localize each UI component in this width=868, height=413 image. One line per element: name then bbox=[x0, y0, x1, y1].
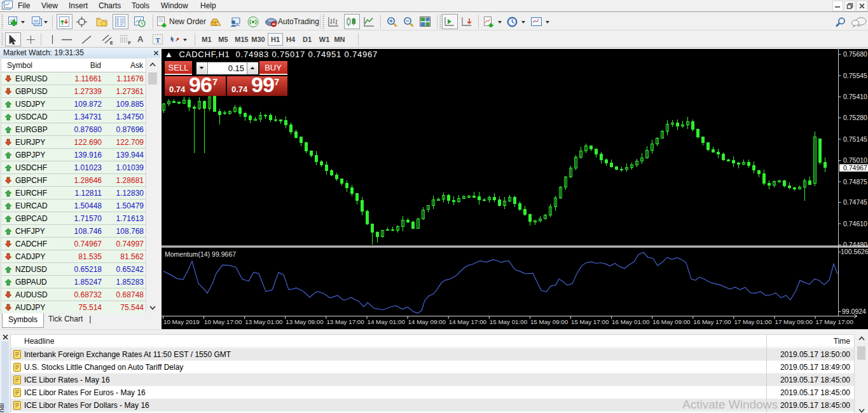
svg-text:100.5626: 100.5626 bbox=[841, 248, 868, 255]
svg-text:17 May 17:00: 17 May 17:00 bbox=[816, 318, 854, 325]
svg-text:0.74745: 0.74745 bbox=[843, 198, 867, 206]
svg-text:14 May 01:00: 14 May 01:00 bbox=[368, 318, 406, 325]
svg-text:0.75410: 0.75410 bbox=[843, 93, 867, 100]
svg-text:15 May 01:00: 15 May 01:00 bbox=[490, 318, 528, 325]
svg-text:0.74875: 0.74875 bbox=[843, 178, 867, 186]
svg-text:T: T bbox=[156, 36, 161, 44]
svg-text:15 May 17:00: 15 May 17:00 bbox=[571, 318, 609, 325]
svg-text:16 May 17:00: 16 May 17:00 bbox=[693, 318, 731, 325]
svg-text:13 May 09:00: 13 May 09:00 bbox=[286, 318, 324, 325]
svg-text:14 May 17:00: 14 May 17:00 bbox=[449, 318, 487, 325]
svg-text:0.75545: 0.75545 bbox=[843, 72, 867, 79]
svg-text:17 May 01:00: 17 May 01:00 bbox=[734, 318, 772, 325]
svg-text:0.75680: 0.75680 bbox=[843, 50, 867, 58]
svg-text:E: E bbox=[110, 41, 113, 45]
svg-text:16 May 09:00: 16 May 09:00 bbox=[652, 318, 691, 325]
svg-text:10 May 2019: 10 May 2019 bbox=[163, 318, 200, 325]
svg-text:F: F bbox=[128, 41, 132, 45]
svg-text:0.74967: 0.74967 bbox=[843, 164, 867, 172]
svg-text:17 May 09:00: 17 May 09:00 bbox=[775, 318, 813, 325]
svg-text:0.74610: 0.74610 bbox=[843, 220, 867, 227]
svg-text:13 May 17:00: 13 May 17:00 bbox=[326, 318, 364, 325]
svg-text:0.75010: 0.75010 bbox=[843, 156, 867, 164]
svg-text:16 May 01:00: 16 May 01:00 bbox=[612, 318, 650, 325]
svg-text:99.0924: 99.0924 bbox=[842, 308, 866, 315]
svg-text:0.75280: 0.75280 bbox=[843, 114, 867, 121]
svg-text:10 May 17:00: 10 May 17:00 bbox=[204, 318, 242, 325]
svg-text:14 May 09:00: 14 May 09:00 bbox=[408, 318, 446, 325]
svg-text:13 May 01:00: 13 May 01:00 bbox=[245, 318, 283, 325]
svg-text:0.75145: 0.75145 bbox=[843, 135, 867, 143]
svg-text:15 May 09:00: 15 May 09:00 bbox=[530, 318, 568, 325]
